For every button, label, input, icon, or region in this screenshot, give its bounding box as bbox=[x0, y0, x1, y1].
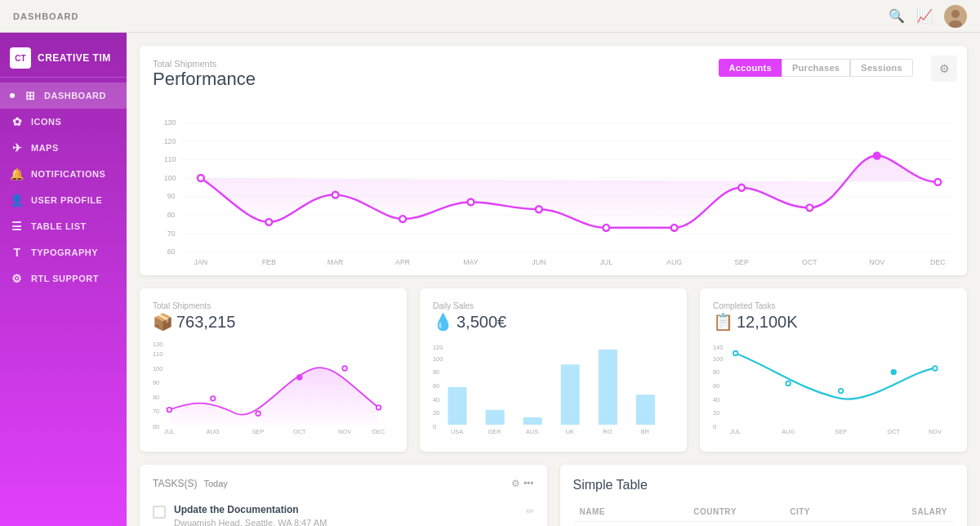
svg-text:NOV: NOV bbox=[869, 258, 884, 266]
svg-text:OCT: OCT bbox=[293, 428, 306, 435]
svg-text:SEP: SEP bbox=[734, 258, 749, 266]
ellipsis-icon[interactable]: ••• bbox=[523, 478, 534, 489]
sidebar-item-rtl[interactable]: ⚙ RTL SUPPORT bbox=[0, 265, 127, 292]
svg-rect-70 bbox=[486, 410, 505, 425]
svg-point-54 bbox=[342, 366, 347, 371]
svg-text:40: 40 bbox=[433, 396, 439, 403]
typography-icon: T bbox=[10, 246, 24, 259]
avatar[interactable] bbox=[944, 5, 967, 28]
svg-text:80: 80 bbox=[167, 211, 176, 219]
navbar-brand: DASHBOARD bbox=[13, 11, 79, 21]
task-checkbox-1[interactable] bbox=[153, 506, 166, 519]
svg-point-38 bbox=[671, 225, 678, 231]
svg-text:DEC: DEC bbox=[372, 428, 385, 435]
performance-card: Total Shipments Performance Accounts Pur… bbox=[140, 46, 967, 275]
svg-point-50 bbox=[167, 408, 172, 412]
sidebar-item-dashboard[interactable]: ⊞ DASHBOARD bbox=[0, 82, 127, 109]
svg-text:SEP: SEP bbox=[252, 428, 265, 435]
svg-text:100: 100 bbox=[713, 355, 723, 363]
svg-point-35 bbox=[468, 199, 474, 206]
sidebar-item-maps[interactable]: ✈ MAPS bbox=[0, 135, 127, 161]
svg-text:NOV: NOV bbox=[929, 428, 942, 435]
table-header-row: NAME COUNTRY CITY SALARY bbox=[573, 502, 955, 522]
svg-point-1 bbox=[951, 10, 960, 18]
svg-point-40 bbox=[806, 204, 813, 211]
sidebar-item-typography[interactable]: T TYPOGRAPHY bbox=[0, 239, 127, 265]
icons-icon: ✿ bbox=[10, 115, 24, 128]
sidebar-label-notifications: NOTIFICATIONS bbox=[31, 169, 105, 179]
svg-point-39 bbox=[738, 185, 745, 191]
sales-value: 💧 3,500€ bbox=[433, 312, 674, 332]
task-item-1: Update the Documentation Dwuamish Head, … bbox=[153, 497, 534, 526]
sidebar-item-table-list[interactable]: ☰ TABLE LIST bbox=[0, 213, 127, 239]
shipments-value: 📦 763,215 bbox=[153, 312, 394, 332]
tasks-section-label: TASKS(S) bbox=[153, 478, 197, 489]
sidebar-label-icons: ICONS bbox=[31, 117, 61, 127]
tab-purchases[interactable]: Purchases bbox=[782, 59, 850, 77]
activity-icon[interactable]: 📈 bbox=[916, 8, 933, 24]
svg-text:RO: RO bbox=[603, 428, 612, 435]
svg-text:MAY: MAY bbox=[463, 258, 479, 266]
svg-text:60: 60 bbox=[167, 247, 176, 256]
svg-text:DEC: DEC bbox=[930, 258, 946, 266]
svg-text:120: 120 bbox=[433, 344, 443, 351]
svg-text:SEP: SEP bbox=[835, 428, 847, 435]
last-row: TASKS(S) Today ⚙ ••• Update the Document… bbox=[140, 465, 967, 526]
simple-table-title: Simple Table bbox=[573, 478, 955, 493]
svg-point-31 bbox=[198, 175, 204, 181]
sidebar: CT CREATIVE TIM ⊞ DASHBOARD ✿ ICONS ✈ MA… bbox=[0, 33, 127, 526]
sales-subtitle: Daily Sales bbox=[433, 301, 674, 310]
svg-text:60: 60 bbox=[433, 382, 439, 390]
svg-point-36 bbox=[536, 206, 542, 212]
table-cell: Oud-Turnhout bbox=[783, 522, 887, 527]
svg-text:100: 100 bbox=[433, 355, 443, 363]
svg-text:JAN: JAN bbox=[194, 258, 208, 266]
task-content-1: Update the Documentation Dwuamish Head, … bbox=[174, 504, 518, 526]
svg-text:NOV: NOV bbox=[338, 428, 351, 435]
svg-text:130: 130 bbox=[164, 118, 176, 127]
table-cell: Niger bbox=[687, 522, 783, 527]
search-icon[interactable]: 🔍 bbox=[889, 8, 905, 24]
svg-text:0: 0 bbox=[713, 423, 716, 430]
col-city: CITY bbox=[783, 502, 887, 522]
sidebar-label-rtl: RTL SUPPORT bbox=[31, 274, 99, 283]
shipments-icon: 📦 bbox=[153, 312, 173, 332]
gear-icon[interactable]: ⚙ bbox=[511, 478, 520, 489]
performance-chart: 60 70 80 90 100 110 120 130 JAN FEB bbox=[153, 96, 954, 262]
completed-tasks-card: Completed Tasks 📋 12,100K 0 20 40 60 80 … bbox=[700, 288, 967, 452]
svg-text:UK: UK bbox=[566, 428, 574, 435]
svg-text:OCT: OCT bbox=[887, 428, 900, 435]
svg-text:80: 80 bbox=[433, 368, 439, 376]
tasks-value: 📋 12,100K bbox=[713, 312, 954, 332]
sidebar-item-notifications[interactable]: 🔔 NOTIFICATIONS bbox=[0, 161, 127, 187]
svg-text:40: 40 bbox=[713, 396, 719, 403]
svg-text:AUS: AUS bbox=[526, 428, 538, 435]
col-salary: SALARY bbox=[887, 502, 954, 522]
sidebar-item-user-profile[interactable]: 👤 USER PROFILE bbox=[0, 187, 127, 213]
shipments-subtitle: Total Shipments bbox=[153, 301, 394, 310]
settings-button[interactable]: ⚙ bbox=[931, 56, 957, 82]
sales-icon: 💧 bbox=[433, 312, 453, 332]
bottom-row: Total Shipments 📦 763,215 60 70 80 90 10… bbox=[140, 288, 967, 452]
svg-text:20: 20 bbox=[713, 409, 719, 417]
svg-point-55 bbox=[376, 405, 381, 410]
simple-table-card: Simple Table NAME COUNTRY CITY SALARY Da… bbox=[560, 465, 968, 526]
col-name: NAME bbox=[573, 502, 688, 522]
svg-text:70: 70 bbox=[153, 408, 159, 415]
task-title-1: Update the Documentation bbox=[174, 504, 518, 515]
tab-accounts[interactable]: Accounts bbox=[719, 59, 782, 77]
performance-svg: 60 70 80 90 100 110 120 130 JAN FEB bbox=[153, 96, 954, 260]
svg-text:90: 90 bbox=[153, 379, 159, 386]
svg-text:APR: APR bbox=[395, 258, 410, 266]
svg-text:80: 80 bbox=[713, 368, 719, 376]
navbar: DASHBOARD 🔍 📈 bbox=[0, 0, 980, 33]
svg-text:20: 20 bbox=[433, 409, 439, 417]
svg-point-37 bbox=[603, 225, 609, 231]
sidebar-item-icons[interactable]: ✿ ICONS bbox=[0, 109, 127, 135]
svg-text:80: 80 bbox=[153, 394, 159, 401]
tasks-title-group: TASKS(S) Today bbox=[153, 478, 228, 489]
svg-text:0: 0 bbox=[433, 423, 436, 430]
task-edit-1[interactable]: ✏ bbox=[526, 506, 534, 517]
svg-point-91 bbox=[891, 370, 896, 375]
tab-sessions[interactable]: Sessions bbox=[850, 59, 913, 77]
